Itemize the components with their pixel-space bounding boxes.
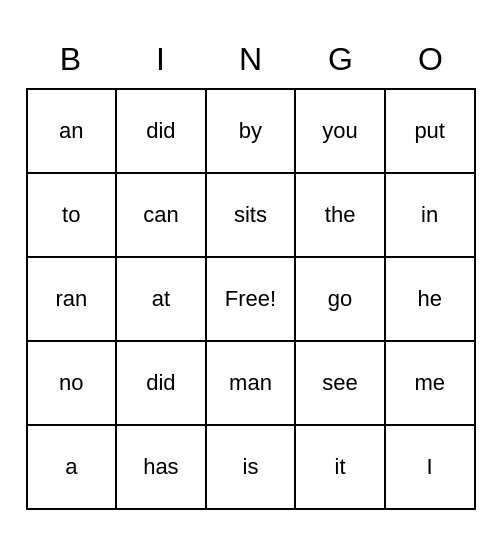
bingo-cell-2-4: he [386, 258, 474, 340]
bingo-card: BINGO andidbyyouputtocansitstheinranatFr… [26, 35, 476, 510]
bingo-cell-1-2: sits [207, 174, 297, 256]
bingo-row-4: ahasisitI [28, 426, 474, 508]
bingo-cell-3-3: see [296, 342, 386, 424]
bingo-cell-2-2: Free! [207, 258, 297, 340]
header-letter-n: N [206, 35, 296, 84]
bingo-cell-0-3: you [296, 90, 386, 172]
bingo-row-2: ranatFree!gohe [28, 258, 474, 342]
bingo-cell-2-3: go [296, 258, 386, 340]
bingo-cell-1-1: can [117, 174, 207, 256]
bingo-row-0: andidbyyouput [28, 90, 474, 174]
header-letter-i: I [116, 35, 206, 84]
header-letter-o: O [386, 35, 476, 84]
bingo-cell-2-1: at [117, 258, 207, 340]
bingo-cell-4-4: I [386, 426, 474, 508]
bingo-cell-0-0: an [28, 90, 118, 172]
bingo-cell-1-4: in [386, 174, 474, 256]
bingo-cell-1-0: to [28, 174, 118, 256]
bingo-cell-4-3: it [296, 426, 386, 508]
bingo-cell-3-1: did [117, 342, 207, 424]
bingo-cell-3-4: me [386, 342, 474, 424]
bingo-row-1: tocansitsthein [28, 174, 474, 258]
bingo-cell-3-0: no [28, 342, 118, 424]
bingo-header: BINGO [26, 35, 476, 84]
bingo-cell-4-1: has [117, 426, 207, 508]
bingo-cell-0-4: put [386, 90, 474, 172]
header-letter-g: G [296, 35, 386, 84]
bingo-row-3: nodidmanseeme [28, 342, 474, 426]
bingo-cell-2-0: ran [28, 258, 118, 340]
bingo-cell-0-1: did [117, 90, 207, 172]
bingo-cell-3-2: man [207, 342, 297, 424]
bingo-grid: andidbyyouputtocansitstheinranatFree!goh… [26, 88, 476, 510]
header-letter-b: B [26, 35, 116, 84]
bingo-cell-0-2: by [207, 90, 297, 172]
bingo-cell-4-2: is [207, 426, 297, 508]
bingo-cell-1-3: the [296, 174, 386, 256]
bingo-cell-4-0: a [28, 426, 118, 508]
